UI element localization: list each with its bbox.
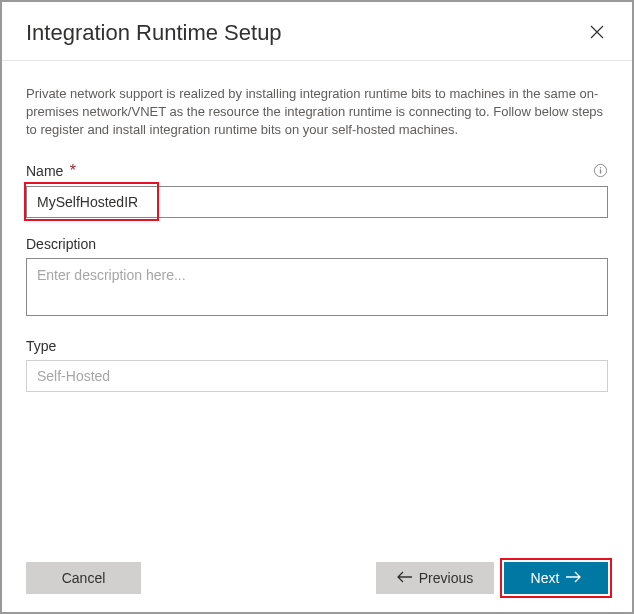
footer-right: Previous Next (376, 562, 608, 594)
dialog-content: Private network support is realized by i… (2, 61, 632, 416)
name-field-wrap (26, 186, 608, 218)
type-label-row: Type (26, 338, 608, 354)
next-button[interactable]: Next (504, 562, 608, 594)
description-input[interactable] (26, 258, 608, 316)
arrow-left-icon (397, 570, 413, 586)
dialog-title: Integration Runtime Setup (26, 20, 282, 46)
dialog-footer: Cancel Previous Next (26, 562, 608, 594)
name-label: Name (26, 163, 63, 179)
required-indicator: * (70, 162, 76, 179)
description-label: Description (26, 236, 96, 252)
dialog-header: Integration Runtime Setup (2, 2, 632, 61)
name-input[interactable] (26, 186, 608, 218)
svg-rect-2 (600, 169, 601, 173)
cancel-button[interactable]: Cancel (26, 562, 141, 594)
previous-button[interactable]: Previous (376, 562, 494, 594)
close-icon (590, 27, 604, 42)
svg-point-1 (600, 167, 602, 169)
type-input (26, 360, 608, 392)
info-icon[interactable] (593, 163, 608, 178)
type-label: Type (26, 338, 56, 354)
description-label-row: Description (26, 236, 608, 252)
name-label-row: Name * (26, 162, 608, 180)
previous-button-label: Previous (419, 570, 473, 586)
next-button-label: Next (531, 570, 560, 586)
next-button-wrap: Next (504, 562, 608, 594)
intro-text: Private network support is realized by i… (26, 85, 608, 140)
close-button[interactable] (586, 21, 608, 46)
cancel-button-label: Cancel (62, 570, 106, 586)
arrow-right-icon (565, 570, 581, 586)
